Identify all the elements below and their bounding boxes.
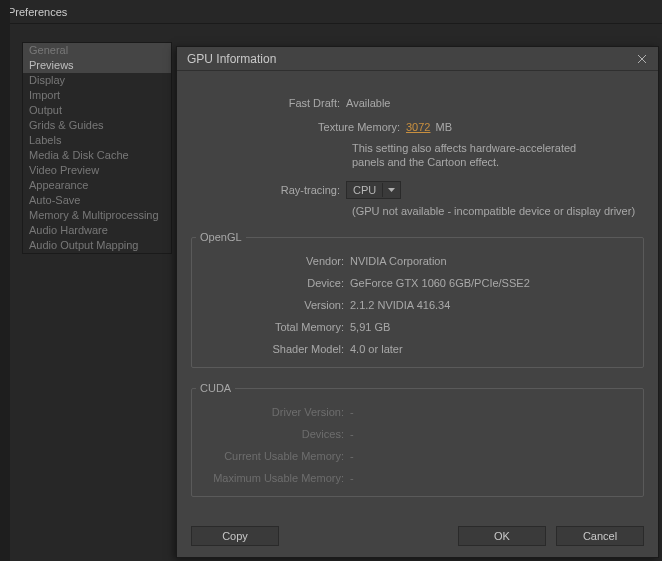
ray-tracing-select[interactable]: CPU bbox=[346, 181, 401, 199]
ok-button[interactable]: OK bbox=[458, 526, 546, 546]
opengl-legend: OpenGL bbox=[196, 231, 246, 243]
ray-tracing-warning: (GPU not available - incompatible device… bbox=[352, 205, 644, 217]
preferences-titlebar: Preferences bbox=[0, 0, 662, 24]
sidebar-item-appearance[interactable]: Appearance bbox=[23, 178, 171, 193]
cuda-current-usable-value: - bbox=[350, 448, 633, 464]
cuda-group: CUDA Driver Version: - Devices: - Curren… bbox=[191, 382, 644, 497]
opengl-version-value: 2.1.2 NVIDIA 416.34 bbox=[350, 297, 633, 313]
fast-draft-label: Fast Draft: bbox=[191, 95, 346, 111]
cuda-devices-label: Devices: bbox=[192, 426, 350, 442]
ray-tracing-value: CPU bbox=[353, 182, 376, 198]
sidebar-item-video-preview[interactable]: Video Preview bbox=[23, 163, 171, 178]
opengl-shader-model-value: 4.0 or later bbox=[350, 341, 633, 357]
sidebar-item-audio-hardware[interactable]: Audio Hardware bbox=[23, 223, 171, 238]
cuda-max-usable-value: - bbox=[350, 470, 633, 486]
sidebar-item-memory-multiprocessing[interactable]: Memory & Multiprocessing bbox=[23, 208, 171, 223]
cuda-driver-version-value: - bbox=[350, 404, 633, 420]
opengl-group: OpenGL Vendor: NVIDIA Corporation Device… bbox=[191, 231, 644, 368]
texture-note-line2: panels and the Cartoon effect. bbox=[352, 155, 644, 169]
cancel-button[interactable]: Cancel bbox=[556, 526, 644, 546]
texture-memory-label: Texture Memory: bbox=[191, 119, 406, 135]
sidebar-item-general[interactable]: General bbox=[23, 43, 171, 58]
texture-note-line1: This setting also affects hardware-accel… bbox=[352, 141, 644, 155]
fast-draft-value: Available bbox=[346, 95, 644, 111]
dialog-titlebar: GPU Information bbox=[177, 47, 658, 71]
sidebar-item-grids-guides[interactable]: Grids & Guides bbox=[23, 118, 171, 133]
sidebar-item-display[interactable]: Display bbox=[23, 73, 171, 88]
dialog-title: GPU Information bbox=[187, 52, 276, 66]
copy-button[interactable]: Copy bbox=[191, 526, 279, 546]
cuda-legend: CUDA bbox=[196, 382, 235, 394]
cuda-devices-value: - bbox=[350, 426, 633, 442]
texture-memory-value[interactable]: 3072 bbox=[406, 121, 430, 133]
opengl-vendor-value: NVIDIA Corporation bbox=[350, 253, 633, 269]
opengl-total-memory-value: 5,91 GB bbox=[350, 319, 633, 335]
sidebar-item-import[interactable]: Import bbox=[23, 88, 171, 103]
opengl-version-label: Version: bbox=[192, 297, 350, 313]
opengl-device-label: Device: bbox=[192, 275, 350, 291]
sidebar-item-media-disk-cache[interactable]: Media & Disk Cache bbox=[23, 148, 171, 163]
close-icon[interactable] bbox=[634, 51, 650, 67]
sidebar-item-auto-save[interactable]: Auto-Save bbox=[23, 193, 171, 208]
chevron-down-icon bbox=[382, 183, 396, 197]
dialog-footer: Copy OK Cancel bbox=[177, 515, 658, 557]
opengl-shader-model-label: Shader Model: bbox=[192, 341, 350, 357]
sidebar-item-labels[interactable]: Labels bbox=[23, 133, 171, 148]
opengl-vendor-label: Vendor: bbox=[192, 253, 350, 269]
opengl-device-value: GeForce GTX 1060 6GB/PCIe/SSE2 bbox=[350, 275, 633, 291]
preferences-title: Preferences bbox=[8, 6, 67, 18]
gpu-information-dialog: GPU Information Fast Draft: Available Te… bbox=[176, 46, 659, 558]
texture-memory-unit: MB bbox=[436, 121, 453, 133]
ray-tracing-label: Ray-tracing: bbox=[191, 182, 346, 198]
preferences-sidebar: General Previews Display Import Output G… bbox=[22, 42, 172, 254]
cuda-current-usable-label: Current Usable Memory: bbox=[192, 448, 350, 464]
sidebar-item-output[interactable]: Output bbox=[23, 103, 171, 118]
opengl-total-memory-label: Total Memory: bbox=[192, 319, 350, 335]
cuda-max-usable-label: Maximum Usable Memory: bbox=[192, 470, 350, 486]
sidebar-item-previews[interactable]: Previews bbox=[23, 58, 171, 73]
sidebar-item-audio-output-mapping[interactable]: Audio Output Mapping bbox=[23, 238, 171, 253]
cuda-driver-version-label: Driver Version: bbox=[192, 404, 350, 420]
